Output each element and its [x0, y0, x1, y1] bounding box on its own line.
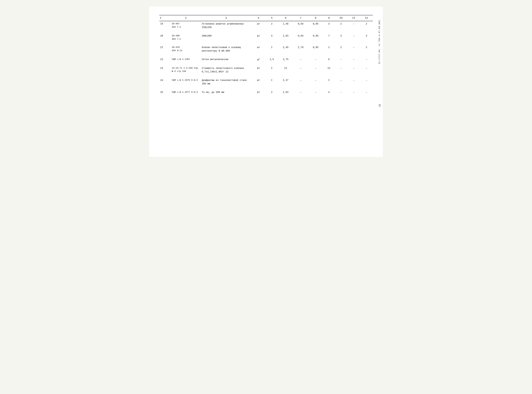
col5-val: I [265, 78, 278, 87]
col4-header: 4 [252, 15, 265, 21]
row-desc: То же, до 280 мм [201, 90, 252, 95]
unit-cell: м2 [252, 57, 265, 62]
col11-val: – [347, 21, 360, 30]
col6-val: I,93 [278, 90, 293, 95]
col11-header: II [347, 15, 360, 21]
col12-header: I2 [360, 15, 373, 21]
table-row: 20 20–408 ЗСН 7–I 200x200 шт 4 I,63 0,84… [159, 33, 373, 42]
table-row: 2I 20–429 ЗСН 8–I4 Клапан лепестковый к … [159, 45, 373, 54]
col9-val: 7 [323, 33, 335, 42]
unit-cell: шт [252, 66, 265, 75]
col8-val: – [308, 78, 323, 87]
col10-val: – [335, 57, 347, 62]
col9-val: I [323, 78, 335, 87]
col5-val: I [265, 45, 278, 54]
col6-val: 2,45 [278, 45, 293, 54]
col6-header: 6 [278, 15, 293, 21]
row-num: 2I [159, 45, 171, 54]
row-code: СЦМ ч.Ш п.I877 К–0,5 [171, 90, 201, 95]
col7-val: – [293, 78, 308, 87]
col5-val: I,5 [265, 57, 278, 62]
col9-val: I2 [323, 66, 335, 75]
col11-val: – [347, 45, 360, 54]
col9-val: 6 [323, 57, 335, 62]
col6-val: 3,75 [278, 57, 293, 62]
table-row: 22 СЦМ ч.Ш п.I487 Сетка металлическая м2… [159, 57, 373, 62]
col6-val: I,37 [278, 78, 293, 87]
col8-val: – [308, 57, 323, 62]
col5-val: 2 [265, 21, 278, 30]
col9-val: 2 [323, 45, 335, 54]
row-num: 24 [159, 78, 171, 87]
col10-val: – [335, 66, 347, 75]
col8-header: 8 [308, 15, 323, 21]
col6-val: I,63 [278, 33, 293, 42]
row-desc: Диафрагмы из тонколистовой стали I60 мм [201, 78, 252, 87]
col12-val: – [360, 90, 373, 95]
col12-val: – [360, 57, 373, 62]
col7-val: – [293, 66, 308, 75]
col11-val: – [347, 33, 360, 42]
col12-val: – [360, 66, 373, 75]
col2-header: 2 [171, 15, 201, 21]
table-row: 24 СЦМ ч.Ш п.I876 К–0,5 Диафрагмы из тон… [159, 78, 373, 87]
unit-cell: шт [252, 33, 265, 42]
table-row: 23 24–I5–7I п.2–269 Спр.№ 6 стр.I84 Стои… [159, 66, 373, 75]
col12-val: – [360, 78, 373, 87]
col12-val: 2 [360, 45, 373, 54]
row-desc: 200x200 [201, 33, 252, 42]
col11-val: – [347, 66, 360, 75]
col7-val: – [293, 90, 308, 95]
col7-val: 0,84 [293, 33, 308, 42]
row-code: СЦМ ч.Ш п.I876 К–0,5 [171, 78, 201, 87]
main-table: I 2 3 4 5 6 7 8 9 IO II I2 I9 20–407 ЗСН… [159, 15, 373, 95]
col10-header: IO [335, 15, 347, 21]
col8-val: – [308, 66, 323, 75]
col8-val: 0,05 [308, 33, 323, 42]
col9-val: 3 [323, 21, 335, 30]
col10-val: 3 [335, 33, 347, 42]
col12-val: 3 [360, 33, 373, 42]
row-desc: Клапан лепестковый к осевому вентилятору… [201, 45, 252, 54]
table-row: I9 20–407 ЗСН 7–I Установка решеток штам… [159, 21, 373, 30]
table-row: 25 СЦМ ч.Ш п.I877 К–0,5 То же, до 280 мм… [159, 90, 373, 95]
unit-cell: шт [252, 78, 265, 87]
col10-val: 2 [335, 45, 347, 54]
col8-val: – [308, 90, 323, 95]
row-num: 23 [159, 66, 171, 75]
col5-val: 2 [265, 90, 278, 95]
side-text-top: 21-1717-04 тп 704-4-37.86 АА1 [378, 20, 381, 64]
row-code: 24–I5–7I п.2–269 Спр.№ 6 стр.I84 [171, 66, 201, 75]
row-code: 20–407 ЗСН 7–I [171, 21, 201, 30]
col5-val: 4 [265, 33, 278, 42]
col5-val: I [265, 66, 278, 75]
row-code: 20–429 ЗСН 8–I4 [171, 45, 201, 54]
col10-val: – [335, 90, 347, 95]
col11-val: – [347, 57, 360, 62]
page: 21-1717-04 тп 704-4-37.86 АА1 52 I 2 3 4… [149, 7, 383, 157]
row-code: 20–408 ЗСН 7–I [171, 33, 201, 42]
row-num: I9 [159, 21, 171, 30]
col3-header: 3 [201, 15, 252, 21]
row-desc: Стоимость лепесткового клапана 9,7xI,I46… [201, 66, 252, 75]
col9-val: 4 [323, 90, 335, 95]
row-code: СЦМ ч.Ш п.I487 [171, 57, 201, 62]
table-header: I 2 3 4 5 6 7 8 9 IO II I2 [159, 15, 373, 21]
row-desc: Установка решеток штампованных I50x150 [201, 21, 252, 30]
side-text-bottom: 52 [378, 104, 381, 107]
col7-header: 7 [293, 15, 308, 21]
col8-val: 0,05 [308, 45, 323, 54]
col1-header: I [159, 15, 171, 21]
col6-val: I,48 [278, 21, 293, 30]
col11-val: – [347, 90, 360, 95]
col11-val: – [347, 78, 360, 87]
col6-val: I2 [278, 66, 293, 75]
unit-cell: шт [252, 21, 265, 30]
unit-cell: шт [252, 90, 265, 95]
row-num: 20 [159, 33, 171, 42]
col12-val: 2 [360, 21, 373, 30]
col10-val: – [335, 78, 347, 87]
col8-val: 0,05 [308, 21, 323, 30]
col9-header: 9 [323, 15, 335, 21]
col7-val: I,78 [293, 45, 308, 54]
